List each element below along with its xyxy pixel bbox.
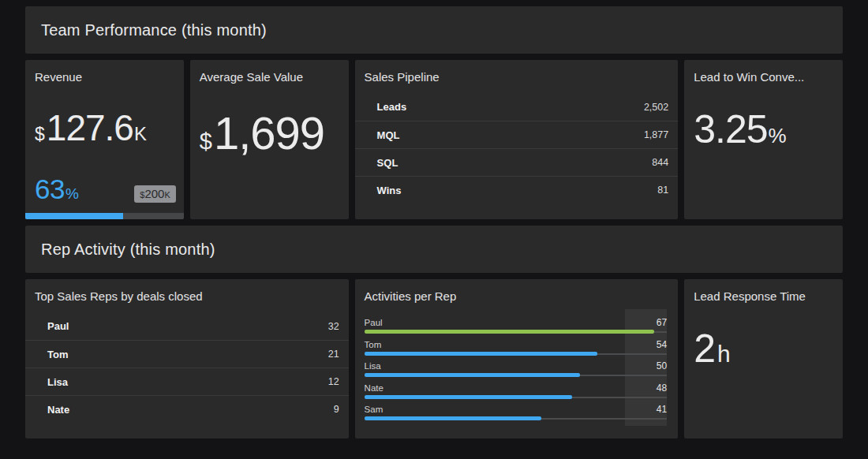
pipeline-row-value: 1,877 bbox=[644, 129, 668, 140]
top-reps-title: Top Sales Reps by deals closed bbox=[25, 279, 349, 304]
lead-response-title: Lead Response Time bbox=[684, 279, 843, 304]
pipeline-row-label: MQL bbox=[377, 129, 400, 141]
top-reps-table: Paul 32 Tom 21 Lisa 12 Nate 9 bbox=[25, 312, 349, 423]
pipeline-row-label: SQL bbox=[377, 157, 398, 169]
bar-value: 67 bbox=[657, 317, 667, 328]
pipeline-row-value: 2,502 bbox=[644, 102, 668, 113]
bar-track bbox=[365, 395, 668, 399]
bar-label: Tom bbox=[365, 340, 382, 349]
lead-to-win-value: 3.25% bbox=[694, 106, 843, 152]
rep-deals: 32 bbox=[328, 321, 339, 332]
goal-unit: K bbox=[164, 190, 170, 200]
pipeline-row-value: 81 bbox=[657, 185, 668, 196]
revenue-progress-track bbox=[25, 213, 184, 219]
rep-deals: 12 bbox=[328, 376, 339, 387]
revenue-currency: $ bbox=[35, 124, 45, 145]
asv-title: Average Sale Value bbox=[190, 60, 349, 84]
asv-number: 1,699 bbox=[214, 106, 324, 159]
table-row: Nate 9 bbox=[25, 395, 349, 423]
card-average-sale-value: Average Sale Value $1,699 bbox=[190, 60, 349, 219]
bar-fill bbox=[365, 330, 654, 334]
bar-value: 48 bbox=[657, 382, 667, 394]
bar-track bbox=[365, 352, 668, 356]
revenue-unit: K bbox=[134, 123, 147, 145]
revenue-percent-number: 63 bbox=[35, 174, 65, 205]
bar-fill bbox=[365, 373, 581, 377]
activities-title: Activities per Rep bbox=[355, 279, 679, 304]
lead-response-value: 2h bbox=[694, 326, 843, 371]
card-activities-per-rep: Activities per Rep Paul 67 Tom 54 bbox=[355, 279, 679, 438]
section-header-rep-activity: Rep Activity (this month) bbox=[25, 226, 843, 273]
bar-fill bbox=[365, 416, 542, 420]
table-row: Leads 2,502 bbox=[355, 93, 679, 121]
bar-track bbox=[365, 330, 668, 334]
dashboard: Team Performance (this month) Revenue $1… bbox=[0, 0, 868, 438]
card-sales-pipeline: Sales Pipeline Leads 2,502 MQL 1,877 SQL… bbox=[355, 60, 679, 219]
asv-currency: $ bbox=[200, 129, 212, 155]
bar-value: 54 bbox=[657, 339, 667, 350]
revenue-value: $127.6K bbox=[35, 106, 184, 149]
bar-row: Tom 54 bbox=[365, 339, 668, 361]
bar-track bbox=[365, 373, 668, 377]
activities-bar-chart: Paul 67 Tom 54 bbox=[365, 317, 668, 426]
revenue-number: 127.6 bbox=[47, 106, 133, 149]
pipeline-row-value: 844 bbox=[652, 157, 668, 168]
bar-label: Nate bbox=[365, 383, 383, 393]
bar-value: 50 bbox=[657, 360, 667, 371]
bar-row: Sam 41 bbox=[365, 404, 668, 426]
table-row: Paul 32 bbox=[25, 312, 349, 340]
lead-to-win-title: Lead to Win Conve... bbox=[684, 60, 843, 84]
rep-deals: 9 bbox=[334, 404, 339, 415]
section-title: Team Performance (this month) bbox=[41, 21, 267, 39]
table-row: SQL 844 bbox=[355, 148, 679, 176]
bar-track bbox=[365, 416, 668, 420]
rep-name: Tom bbox=[47, 349, 68, 360]
bar-row: Nate 48 bbox=[365, 382, 668, 405]
revenue-title: Revenue bbox=[25, 60, 184, 84]
pipeline-table: Leads 2,502 MQL 1,877 SQL 844 Wins 81 bbox=[355, 93, 679, 203]
rep-deals: 21 bbox=[328, 349, 339, 360]
bar-fill bbox=[365, 352, 598, 356]
bar-label: Paul bbox=[365, 318, 383, 327]
pipeline-row-label: Wins bbox=[377, 185, 402, 196]
section-title: Rep Activity (this month) bbox=[41, 241, 215, 259]
lead-response-unit: h bbox=[717, 341, 731, 368]
lead-to-win-unit: % bbox=[769, 124, 787, 148]
bar-value: 41 bbox=[657, 404, 667, 415]
card-top-sales-reps: Top Sales Reps by deals closed Paul 32 T… bbox=[25, 279, 349, 438]
table-row: Lisa 12 bbox=[25, 368, 349, 395]
rep-name: Lisa bbox=[47, 376, 68, 388]
rep-name: Nate bbox=[47, 404, 69, 416]
card-lead-response-time: Lead Response Time 2h bbox=[684, 279, 843, 438]
revenue-goal-badge: $200K bbox=[134, 185, 176, 203]
bar-row: Lisa 50 bbox=[365, 360, 668, 382]
goal-number: 200 bbox=[144, 187, 164, 200]
card-lead-to-win: Lead to Win Conve... 3.25% bbox=[684, 60, 843, 219]
revenue-percent: 63% bbox=[35, 174, 79, 205]
bar-fill bbox=[365, 395, 572, 399]
row-team-performance: Revenue $127.6K 63% $200K Average Sale V… bbox=[25, 60, 843, 219]
pipeline-title: Sales Pipeline bbox=[355, 60, 679, 84]
revenue-footer: 63% $200K bbox=[35, 174, 176, 205]
revenue-percent-sign: % bbox=[65, 185, 79, 203]
bar-label: Sam bbox=[365, 405, 383, 414]
table-row: MQL 1,877 bbox=[355, 121, 679, 148]
rep-name: Paul bbox=[47, 320, 69, 332]
section-header-team-performance: Team Performance (this month) bbox=[25, 6, 843, 54]
card-revenue: Revenue $127.6K 63% $200K bbox=[25, 60, 184, 219]
table-row: Tom 21 bbox=[25, 340, 349, 368]
bar-label: Lisa bbox=[365, 361, 381, 371]
lead-to-win-number: 3.25 bbox=[694, 106, 767, 152]
lead-response-number: 2 bbox=[694, 326, 715, 371]
asv-value: $1,699 bbox=[200, 106, 349, 159]
revenue-progress-fill bbox=[25, 213, 123, 219]
table-row: Wins 81 bbox=[355, 176, 679, 203]
bar-row: Paul 67 bbox=[365, 317, 668, 339]
pipeline-row-label: Leads bbox=[377, 101, 407, 113]
row-rep-activity: Top Sales Reps by deals closed Paul 32 T… bbox=[25, 279, 843, 438]
